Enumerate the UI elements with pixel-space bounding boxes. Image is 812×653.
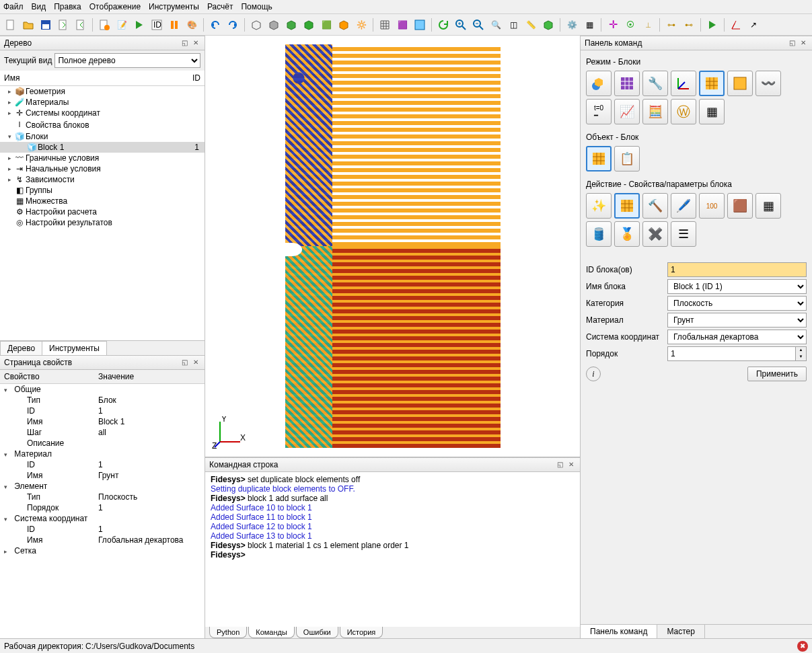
clip-icon[interactable]: 🟪 <box>394 17 410 33</box>
close-icon[interactable]: ✕ <box>191 38 200 48</box>
tree-item[interactable]: ▸⇥Начальные условия <box>0 163 205 174</box>
order-input[interactable] <box>667 346 796 361</box>
mesh-wire-icon[interactable] <box>336 17 352 33</box>
action-cyl-icon[interactable]: 🟫 <box>727 193 753 219</box>
mode-mesh-icon[interactable] <box>614 71 640 96</box>
zoom-out-icon[interactable] <box>470 17 486 33</box>
box-icon[interactable] <box>540 17 556 33</box>
multi-icon[interactable]: 🟩 <box>318 17 334 33</box>
mode-ic-icon[interactable]: 〰️ <box>755 71 781 96</box>
redo-icon[interactable] <box>225 17 241 33</box>
dock-icon[interactable]: ◱ <box>555 460 564 469</box>
tree-item[interactable]: ◧Группы <box>0 185 205 196</box>
object-block-icon[interactable] <box>586 146 612 171</box>
action-x-icon[interactable]: ✖️ <box>642 221 668 247</box>
close-icon[interactable]: ✕ <box>191 358 200 367</box>
tab-cmdpanel[interactable]: Панель команд <box>581 625 657 638</box>
error-icon[interactable]: ✖ <box>797 641 808 652</box>
cs-select[interactable]: Глобальная декартова <box>667 330 807 344</box>
tree-item[interactable]: ▦Множества <box>0 196 205 206</box>
mode-t0-icon[interactable]: t=0━ <box>586 99 612 124</box>
cross-icon[interactable]: ✛ <box>605 17 621 33</box>
grid-icon[interactable] <box>377 17 393 33</box>
axis-icon[interactable] <box>728 17 744 33</box>
action-hammer-icon[interactable]: 🔨 <box>642 193 668 219</box>
mode-blocks-icon[interactable] <box>699 71 725 96</box>
mode-dep-icon[interactable]: 📈 <box>614 99 640 124</box>
action-create-icon[interactable]: ✨ <box>586 193 612 219</box>
export-icon[interactable] <box>55 17 71 33</box>
run-icon[interactable] <box>131 17 147 33</box>
category-select[interactable]: Плоскость <box>667 296 807 311</box>
menu-view[interactable]: Вид <box>32 2 46 11</box>
shaded-icon[interactable] <box>266 17 282 33</box>
mode-geom-icon[interactable] <box>586 71 612 96</box>
tree-item[interactable]: ▸📦Геометрия <box>0 86 205 97</box>
play-icon[interactable] <box>704 17 721 33</box>
close-icon[interactable]: ✕ <box>566 460 576 469</box>
object-list-icon[interactable]: 📋 <box>614 146 640 171</box>
measure-icon[interactable]: 📏 <box>523 17 539 33</box>
results-icon[interactable]: 🎨 <box>184 17 200 33</box>
gear-icon[interactable]: ⚙️ <box>564 17 580 33</box>
script-edit-icon[interactable]: 📝 <box>114 17 130 33</box>
tree-item[interactable]: ＩСвойства блоков <box>0 118 205 131</box>
transparent-icon[interactable] <box>283 17 299 33</box>
wireframe-icon[interactable] <box>248 17 264 33</box>
close-icon[interactable]: ✕ <box>799 38 808 48</box>
script-icon[interactable] <box>96 17 112 33</box>
tree-item[interactable]: ▸🧪Материалы <box>0 97 205 108</box>
tree-item[interactable]: ▾🧊Блоки <box>0 131 205 142</box>
point-icon[interactable]: ⦿ <box>622 17 638 33</box>
tree-item[interactable]: ▸✛Системы координат <box>0 108 205 118</box>
open-icon[interactable] <box>20 17 36 33</box>
prop-group[interactable]: ▾ Система координат <box>0 513 205 524</box>
block-id-input[interactable] <box>667 262 807 277</box>
tab-master[interactable]: Мастер <box>657 625 705 638</box>
dock-icon[interactable]: ◱ <box>180 358 189 367</box>
new-icon[interactable] <box>3 17 19 33</box>
tab-tools[interactable]: Инструменты <box>42 341 107 355</box>
mode-bc-icon[interactable] <box>727 71 753 96</box>
tab-errors[interactable]: Ошибки <box>296 627 338 638</box>
pause-icon[interactable] <box>166 17 182 33</box>
snap-icon[interactable]: ⟂ <box>640 17 656 33</box>
tree-item[interactable]: ⚙Настройки расчета <box>0 206 205 217</box>
undo-icon[interactable] <box>207 17 223 33</box>
viewport[interactable]: Y X Z <box>205 36 580 457</box>
action-pick-icon[interactable]: 🖊️ <box>671 193 696 219</box>
info-icon[interactable]: i <box>586 367 601 381</box>
mode-results-icon[interactable]: ▦ <box>699 99 725 124</box>
action-props-icon[interactable] <box>614 193 640 219</box>
save-icon[interactable] <box>38 17 54 33</box>
tree-body[interactable]: ▸📦Геометрия▸🧪Материалы▸✛Системы координа… <box>0 86 205 340</box>
tree-item[interactable]: ▸↯Зависимости <box>0 174 205 185</box>
menu-tools[interactable]: Инструменты <box>149 2 199 11</box>
tab-history[interactable]: История <box>340 627 383 638</box>
tree-item[interactable]: ◎Настройки результатов <box>0 217 205 228</box>
action-badge-icon[interactable]: 🏅 <box>614 221 640 247</box>
material-select[interactable]: Грунт <box>667 313 807 328</box>
tree-item[interactable]: ▸〰Граничные условия <box>0 153 205 163</box>
tree-item[interactable]: 🧊Block 11 <box>0 142 205 153</box>
dock-icon[interactable]: ◱ <box>787 38 797 48</box>
mesh-icon[interactable]: ▦ <box>581 17 597 33</box>
mode-w-icon[interactable]: Ⓦ <box>671 99 696 124</box>
tab-python[interactable]: Python <box>209 627 247 638</box>
action-list-icon[interactable]: ☰ <box>671 221 696 247</box>
mode-cs-icon[interactable] <box>671 71 696 96</box>
view-select[interactable]: Полное дерево <box>54 53 200 68</box>
solid-icon[interactable] <box>301 17 317 33</box>
prop-group[interactable]: ▾ Общие <box>0 384 205 395</box>
dock-icon[interactable]: ◱ <box>180 38 189 48</box>
highlight-icon[interactable]: 🔆 <box>353 17 369 33</box>
prop-group[interactable]: ▸ Сетка <box>0 545 205 556</box>
spin-up-icon[interactable]: ▲ <box>796 347 806 354</box>
tab-commands[interactable]: Команды <box>248 627 295 638</box>
menu-edit[interactable]: Правка <box>54 2 81 11</box>
spin-down-icon[interactable]: ▼ <box>796 354 806 360</box>
menu-file[interactable]: Файл <box>3 2 24 11</box>
action-100-icon[interactable]: 100 <box>699 193 725 219</box>
prop-group[interactable]: ▾ Материал <box>0 449 205 459</box>
zoom-fit-icon[interactable]: 🔍 <box>488 17 504 33</box>
